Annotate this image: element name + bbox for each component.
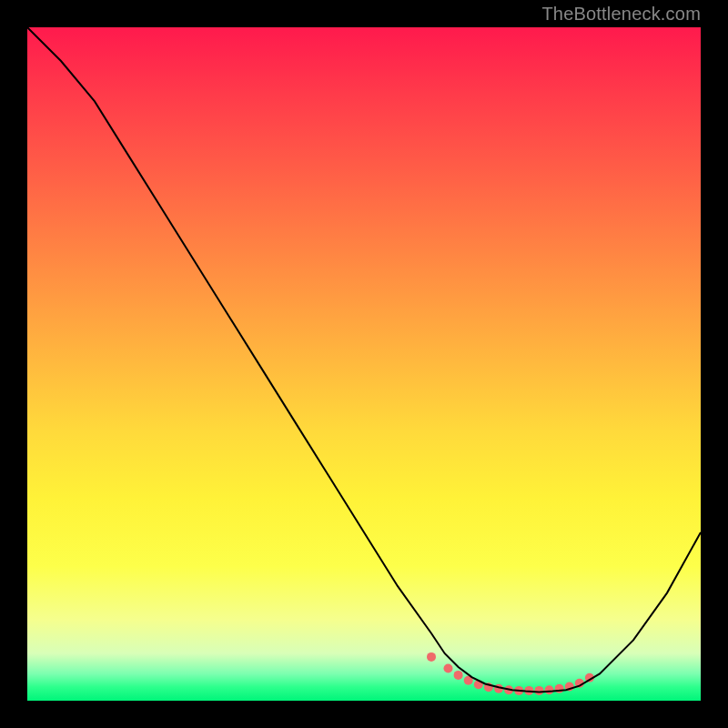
curve-layer [27,27,701,701]
optimal-dot [444,664,453,673]
chart-frame: TheBottleneck.com [0,0,728,728]
plot-area [27,27,701,701]
optimal-dot [427,652,436,662]
bottleneck-curve [27,27,701,692]
optimal-dot [534,686,543,695]
watermark-label: TheBottleneck.com [541,4,701,25]
optimal-dot [545,685,554,694]
optimal-dot [454,671,463,680]
